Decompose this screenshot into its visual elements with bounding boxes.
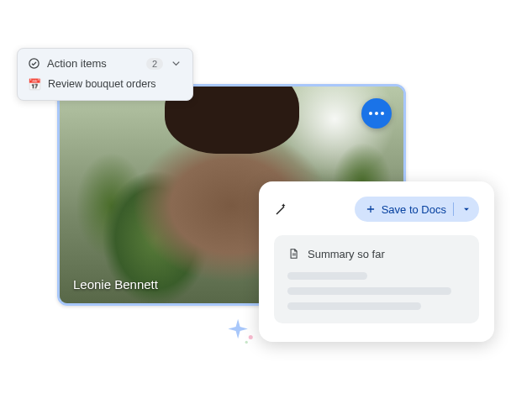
summary-body: Summary so far xyxy=(274,235,479,323)
action-items-count-badge: 2 xyxy=(146,58,163,70)
more-horizontal-icon xyxy=(369,112,384,115)
participant-name-label: Leonie Bennett xyxy=(73,277,158,291)
magic-wand-icon xyxy=(274,202,289,217)
document-icon xyxy=(287,247,299,260)
more-options-button[interactable] xyxy=(361,98,392,129)
button-divider xyxy=(453,202,454,216)
action-item-row[interactable]: 📅 Review bouquet orders xyxy=(28,78,182,90)
summary-section-title: Summary so far xyxy=(308,248,385,260)
action-items-card[interactable]: Action items 2 📅 Review bouquet orders xyxy=(17,48,193,101)
svg-point-0 xyxy=(29,59,39,68)
caret-down-icon[interactable] xyxy=(461,203,472,215)
action-item-text: Review bouquet orders xyxy=(48,78,156,90)
summary-placeholder-line xyxy=(287,302,421,310)
summary-header: Save to Docs xyxy=(274,197,479,222)
summary-title-row: Summary so far xyxy=(287,247,466,260)
plus-icon xyxy=(365,203,377,215)
summary-placeholder-line xyxy=(287,272,367,280)
chevron-down-icon xyxy=(170,57,182,70)
calendar-icon: 📅 xyxy=(28,79,41,90)
summary-placeholder-line xyxy=(287,287,451,295)
save-to-docs-label: Save to Docs xyxy=(382,203,446,216)
save-to-docs-button[interactable]: Save to Docs xyxy=(355,197,479,222)
svg-point-1 xyxy=(249,335,253,339)
check-circle-icon xyxy=(28,57,40,70)
action-items-header[interactable]: Action items 2 xyxy=(28,57,182,70)
action-items-title: Action items xyxy=(47,57,140,70)
summary-card: Save to Docs Summary so far xyxy=(259,181,494,342)
svg-point-2 xyxy=(245,341,248,344)
sparkle-icon xyxy=(225,313,261,349)
